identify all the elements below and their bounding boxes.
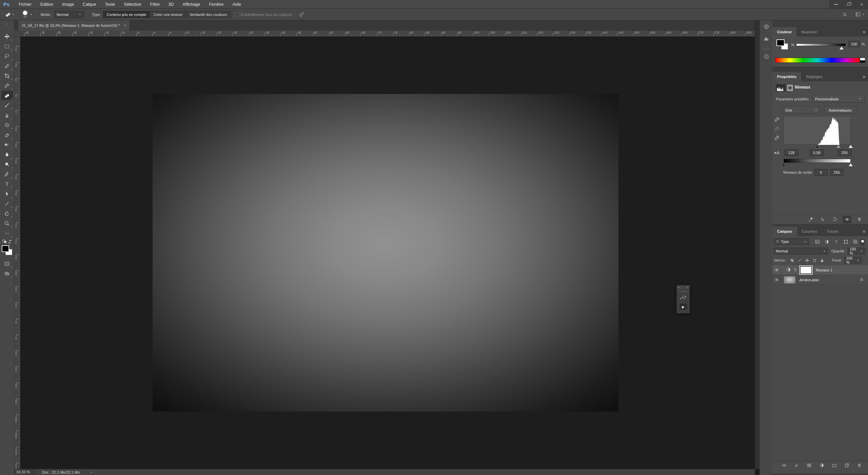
menu-aide[interactable]: Aide [228,0,245,9]
type-tool[interactable]: T [1,179,13,189]
layer-style-fx-icon[interactable]: fx [792,462,801,469]
layers-tab-tracés[interactable]: Tracés [822,227,843,236]
color-wheel-icon[interactable] [760,20,773,33]
sample-all-layers-checkbox[interactable] [235,13,239,16]
status-options-chevron[interactable]: › [86,470,92,475]
lock-transparency-icon[interactable] [790,257,795,264]
layer-filter-toggle[interactable] [860,239,865,245]
output-shadow-field[interactable]: 0 [814,169,828,176]
black-point-eyedropper-icon[interactable] [774,117,782,124]
props-tab-réglages[interactable]: Réglages [801,72,827,81]
shadow-input-slider[interactable] [815,145,819,148]
adjustment-layer-filter-icon[interactable] [823,238,830,245]
fill-field[interactable]: 100 % ▾ [844,257,862,264]
props-tab-propriétés[interactable]: Propriétés [772,72,801,81]
out-shadow-slider[interactable] [782,163,786,166]
color-tab-nuancier[interactable]: Nuancier [796,27,822,37]
shape-layer-filter-icon[interactable] [842,238,849,245]
type-layer-filter-icon[interactable]: T [833,238,840,245]
expand-icon[interactable]: » [678,286,679,289]
shadow-input-field[interactable]: 128 [784,149,798,156]
layer-thumbnail[interactable] [784,276,795,284]
eyedropper-tool[interactable] [1,81,13,90]
crop-tool[interactable] [1,71,13,80]
foreground-color-swatch[interactable] [2,245,9,252]
menu-texte[interactable]: Texte [100,0,119,9]
move-tool[interactable] [1,32,13,41]
highlight-input-field[interactable]: 255 [837,149,852,156]
layer-filter-search[interactable]: Type ▾ [774,238,809,245]
document-tab[interactable]: 21_58_17.fits @ 33,3% (Niveaux 1, Masque… [18,20,130,31]
out-highlight-slider[interactable] [849,163,853,166]
close-button[interactable]: × [855,0,868,8]
workspace-switcher-icon[interactable] [854,11,862,18]
smart-object-filter-icon[interactable] [852,238,859,245]
visibility-eye-icon[interactable] [843,216,851,223]
add-mask-icon[interactable] [805,462,813,469]
reset-icon[interactable] [831,216,839,223]
swap-colors-control[interactable] [1,239,13,245]
gray-slider-thumb[interactable] [840,46,844,50]
menu-calque[interactable]: Calque [78,0,101,9]
histogram-panel-icon[interactable] [760,33,773,45]
gamma-input-slider[interactable] [836,145,841,148]
clone-stamp-tool[interactable] [1,110,13,120]
vertical-ruler[interactable]: 1 51 05051 01 52 02 53 03 54 04 55 05 56… [14,37,20,469]
spot-healing-tool-preset-icon[interactable] [4,11,12,18]
uncached-histogram-refresh-icon[interactable] [774,149,780,156]
menu-sélection[interactable]: Sélection [119,0,145,9]
new-group-icon[interactable] [830,462,838,469]
menu-edition[interactable]: Edition [36,0,58,9]
layer-row-arriere-plan[interactable]: Arrière-plan [772,275,868,285]
lasso-tool[interactable] [1,51,13,61]
white-point-eyedropper-icon[interactable] [774,135,782,142]
visibility-eye-icon[interactable] [772,265,781,275]
zoom-level-field[interactable]: 33,33 % [14,469,36,475]
chevron-down-icon[interactable]: ▾ [12,13,15,16]
preset-select[interactable]: Personnalisée ▾ [812,95,865,102]
restore-button[interactable] [842,0,855,8]
close-icon[interactable]: × [687,286,688,289]
search-icon[interactable] [841,11,849,18]
horizontal-ruler[interactable]: 4035302520151050510152025303540455055606… [14,31,755,37]
brush-preset-picker[interactable]: 17 [21,10,29,20]
output-highlight-field[interactable]: 255 [830,169,844,176]
lock-paint-icon[interactable] [797,257,803,264]
menu-affichage[interactable]: Affichage [178,0,205,9]
floating-mini-panel[interactable]: » × ||||||||| ▶ [676,285,690,314]
history-brush-tool[interactable] [1,120,13,130]
auto-levels-button[interactable]: Automatiques [824,107,856,114]
chevron-down-icon[interactable]: ▾ [29,13,33,16]
menu-3d[interactable]: 3D [164,0,178,9]
type-button-2[interactable]: Créer une texture [150,11,186,18]
pen-tool[interactable] [1,169,13,179]
menu-image[interactable]: Image [58,0,78,9]
line-tool[interactable] [1,199,13,208]
delete-adjustment-icon[interactable] [855,216,863,223]
document-image[interactable] [153,94,618,412]
lock-artboard-icon[interactable] [812,257,817,264]
canvas-viewport[interactable] [20,37,755,469]
view-previous-state-icon[interactable] [818,216,827,223]
ruler-origin-corner[interactable] [14,31,20,37]
menu-filtre[interactable]: Filtre [146,0,164,9]
eraser-tool[interactable] [1,130,13,139]
menu-fichier[interactable]: Fichier [14,0,36,9]
layers-tab-calques[interactable]: Calques [772,227,797,236]
type-button-3[interactable]: Similarité des couleurs [186,11,231,18]
gray-point-eyedropper-icon[interactable] [774,126,782,133]
foreground-color-swatch[interactable] [776,39,785,46]
dodge-tool[interactable] [1,159,13,169]
foreground-background-swatches[interactable] [1,245,13,258]
blur-tool[interactable] [1,150,13,159]
toolbar-collapse-chevrons[interactable]: » [0,20,14,31]
mode-select[interactable]: Normal ▾ [54,11,84,18]
brush-tool[interactable] [1,100,13,110]
panel-menu-icon[interactable]: ≡ [863,30,865,34]
color-tab-couleur[interactable]: Couleur [772,27,796,37]
tablet-pressure-icon[interactable] [298,11,305,18]
close-tab-icon[interactable]: × [124,23,126,28]
gamma-input-field[interactable]: 0,58 [810,149,824,156]
channel-select[interactable]: Gris ▾ [783,107,821,114]
visibility-eye-icon[interactable] [772,275,781,285]
